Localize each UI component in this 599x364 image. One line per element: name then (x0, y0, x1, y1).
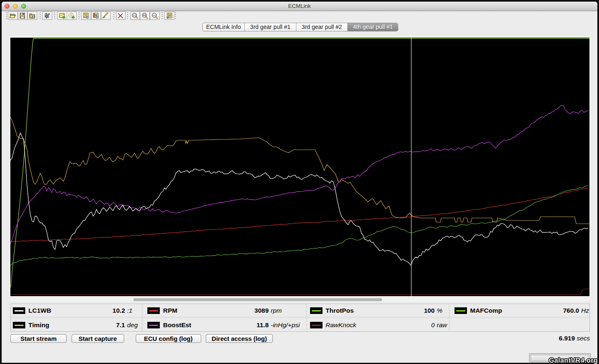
svg-text:1:1: 1:1 (133, 14, 136, 17)
